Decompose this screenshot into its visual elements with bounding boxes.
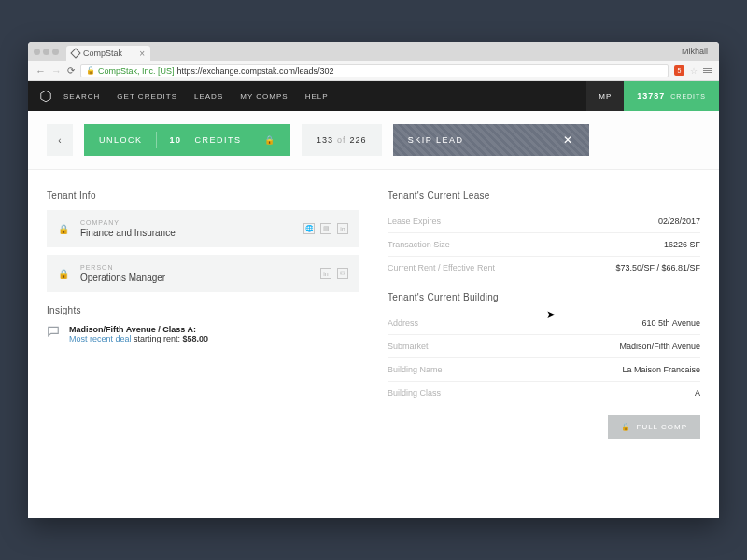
company-value: Finance and Insurance: [80, 228, 176, 238]
building-row: Address610 5th Avenue: [388, 312, 700, 335]
brand-logo-icon[interactable]: [39, 90, 52, 103]
unlock-label: UNLOCK: [99, 135, 143, 145]
nav-leads[interactable]: LEADS: [194, 92, 223, 101]
close-icon: ✕: [563, 133, 574, 147]
lock-icon: 🔒: [264, 135, 276, 145]
browser-tab[interactable]: CompStak ×: [66, 46, 150, 61]
linkedin-icon[interactable]: in: [337, 223, 348, 234]
lease-row: Transaction Size16226 SF: [388, 233, 700, 257]
lock-icon: 🔒: [621, 423, 631, 431]
insight-line: Most recent deal starting rent: $58.00: [69, 334, 208, 343]
browser-tab-title: CompStak: [83, 49, 122, 58]
counter-total: 226: [350, 135, 367, 145]
unlock-cost-unit: CREDITS: [195, 135, 242, 145]
browser-tab-strip: CompStak × Mikhail: [28, 42, 719, 61]
reload-icon[interactable]: ⟳: [67, 65, 75, 76]
person-value: Operations Manager: [80, 273, 165, 283]
nav-search[interactable]: SEARCH: [63, 92, 100, 101]
nav-get-credits[interactable]: GET CREDITS: [117, 92, 177, 101]
lock-icon: 🔒: [58, 269, 69, 279]
insights-title: Insights: [47, 305, 359, 315]
browser-menu-icon[interactable]: [703, 68, 712, 73]
full-comp-button[interactable]: 🔒 FULL COMP: [608, 415, 701, 439]
unlock-cost-number: 10: [170, 135, 182, 145]
browser-address-bar: ← → ⟳ 🔒 CompStak, Inc. [US] https://exch…: [28, 61, 719, 81]
counter-of: of: [337, 135, 346, 145]
chevron-left-icon: ‹: [58, 135, 61, 146]
credits-label: CREDITS: [670, 93, 706, 100]
insight-rent-value: $58.00: [183, 334, 209, 343]
browser-window: CompStak × Mikhail ← → ⟳ 🔒 CompStak, Inc…: [28, 42, 719, 518]
lead-toolbar: ‹ UNLOCK 10 CREDITS 🔒 133 of 226 SKIP LE…: [28, 111, 719, 170]
ssl-cert-label: CompStak, Inc. [US]: [98, 66, 175, 76]
bookmark-star-icon[interactable]: ☆: [690, 66, 698, 76]
news-icon[interactable]: ▤: [320, 223, 331, 234]
email-icon[interactable]: ✉: [337, 268, 348, 279]
tenant-person-card: 🔒 PERSON Operations Manager in ✉: [47, 255, 359, 292]
browser-profile-name: Mikhail: [682, 47, 708, 56]
skip-label: SKIP LEAD: [408, 135, 464, 145]
company-social-icons: 🌐 ▤ in: [303, 223, 348, 234]
globe-icon[interactable]: 🌐: [303, 223, 315, 234]
svg-marker-0: [41, 91, 51, 102]
left-column: Tenant Info 🔒 COMPANY Finance and Insura…: [47, 177, 359, 499]
tenant-info-title: Tenant Info: [47, 190, 359, 201]
building-datalist: Address610 5th Avenue SubmarketMadison/F…: [388, 312, 700, 404]
user-initials[interactable]: MP: [586, 81, 624, 111]
skip-lead-button[interactable]: SKIP LEAD ✕: [393, 124, 589, 156]
url-text: https://exchange.compstak.com/leads/302: [177, 66, 334, 76]
counter-current: 133: [317, 135, 333, 145]
app-header: SEARCH GET CREDITS LEADS MY COMPS HELP M…: [28, 81, 719, 111]
linkedin-icon[interactable]: in: [320, 268, 331, 279]
nav-back-icon[interactable]: ←: [35, 65, 46, 77]
insight-link[interactable]: Most recent deal: [69, 334, 132, 343]
nav-help[interactable]: HELP: [305, 92, 329, 101]
person-label: PERSON: [80, 264, 165, 271]
content-area: Tenant Info 🔒 COMPANY Finance and Insura…: [28, 170, 719, 518]
window-traffic-lights: [34, 49, 59, 55]
lease-row: Lease Expires02/28/2017: [388, 210, 700, 233]
nav-forward-icon[interactable]: →: [51, 65, 62, 77]
building-title: Tenant's Current Building: [388, 292, 700, 302]
tenant-company-card: 🔒 COMPANY Finance and Insurance 🌐 ▤ in: [47, 210, 359, 247]
full-comp-label: FULL COMP: [637, 423, 688, 431]
insight-heading: Madison/Fifth Avenue / Class A:: [69, 325, 208, 334]
company-label: COMPANY: [80, 219, 176, 226]
url-field[interactable]: 🔒 CompStak, Inc. [US] https://exchange.c…: [80, 64, 669, 77]
primary-nav: SEARCH GET CREDITS LEADS MY COMPS HELP: [63, 92, 329, 101]
unlock-button[interactable]: UNLOCK 10 CREDITS 🔒: [84, 124, 290, 156]
favicon-icon: [70, 48, 80, 58]
right-column: Tenant's Current Lease Lease Expires02/2…: [388, 177, 700, 499]
building-row: Building NameLa Maison Francaise: [388, 358, 700, 382]
lease-title: Tenant's Current Lease: [388, 190, 700, 201]
lease-datalist: Lease Expires02/28/2017 Transaction Size…: [388, 210, 700, 279]
person-social-icons: in ✉: [320, 268, 348, 279]
building-row: Building ClassA: [388, 382, 700, 404]
credits-balance[interactable]: 13787 CREDITS: [624, 81, 719, 111]
building-row: SubmarketMadison/Fifth Avenue: [388, 335, 700, 358]
lock-icon: 🔒: [58, 224, 69, 234]
back-button[interactable]: ‹: [47, 124, 73, 156]
lease-row: Current Rent / Effective Rent$73.50/SF /…: [388, 257, 700, 279]
ssl-lock-icon: 🔒: [86, 66, 95, 75]
html5-badge-icon: 5: [674, 65, 684, 76]
nav-my-comps[interactable]: MY COMPS: [240, 92, 288, 101]
credits-count: 13787: [637, 91, 665, 101]
insight-row: Madison/Fifth Avenue / Class A: Most rec…: [47, 325, 359, 343]
comment-icon: [47, 325, 60, 340]
tab-close-icon[interactable]: ×: [139, 49, 145, 59]
lead-counter: 133 of 226: [302, 124, 382, 156]
